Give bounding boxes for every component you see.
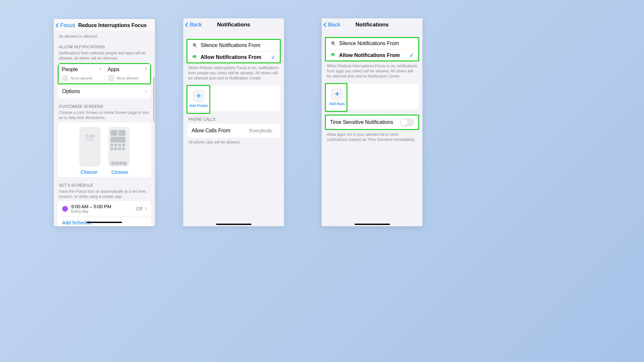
navbar: Focus Reduce Interruptions Focus bbox=[54, 19, 155, 32]
time-sensitive-row[interactable]: Time Sensitive Notifications bbox=[326, 115, 419, 129]
apps-title: Apps bbox=[108, 67, 147, 72]
page-title: Notifications bbox=[217, 22, 250, 28]
bell-off-icon bbox=[330, 41, 336, 46]
calls-value: Everybody bbox=[249, 128, 272, 133]
silence-label: Silence Notifications From bbox=[201, 42, 276, 48]
ts-toggle[interactable] bbox=[400, 118, 414, 126]
lock-dots-icon bbox=[86, 139, 93, 141]
schedule-header: SET A SCHEDULE bbox=[54, 183, 155, 188]
back-button[interactable]: Back bbox=[324, 22, 340, 28]
options-row[interactable]: Options bbox=[58, 84, 151, 98]
bell-off-icon bbox=[192, 43, 197, 48]
schedule-row[interactable]: 9:00 AM – 5:00 PM Every day Off bbox=[58, 201, 151, 216]
allow-calls-row[interactable]: Allow Calls From Everybody ⌃⌄ bbox=[187, 124, 280, 138]
navbar: Back Notifications bbox=[183, 18, 284, 31]
customize-screens-card: 3:09 C bbox=[58, 122, 151, 177]
add-apps-tile[interactable]: + Add Apps bbox=[329, 88, 345, 106]
plus-icon: + bbox=[192, 89, 205, 102]
allow-option[interactable]: Allow Notifications From ✓ bbox=[187, 51, 280, 63]
people-cell[interactable]: People None allowed bbox=[59, 64, 105, 83]
home-indicator[interactable] bbox=[355, 224, 390, 225]
clock-icon bbox=[62, 206, 68, 212]
add-apps-caption: Add Apps bbox=[329, 102, 345, 106]
notification-mode-card: Silence Notifications From Allow Notific… bbox=[187, 40, 280, 63]
scroll-area[interactable]: Silence Notifications From Allow Notific… bbox=[322, 31, 422, 226]
chevron-right-icon bbox=[144, 207, 147, 210]
schedule-times: 9:00 AM – 5:00 PM bbox=[71, 204, 111, 209]
scroll-area[interactable]: be allowed or silenced. ALLOW NOTIFICATI… bbox=[54, 32, 155, 226]
people-apps-card: People None allowed Apps None allowed bbox=[58, 63, 151, 98]
phone-apps-notifications: Back Notifications Silence Notifications… bbox=[322, 18, 422, 226]
home-screen-preview[interactable] bbox=[108, 127, 129, 167]
plus-icon: + bbox=[331, 88, 344, 100]
phone-focus-settings: Focus Reduce Interruptions Focus be allo… bbox=[54, 19, 155, 226]
mode-help: When Reduce Interruptions Focus is on, n… bbox=[183, 65, 284, 81]
back-button[interactable]: Focus bbox=[56, 22, 75, 29]
calls-label: Allow Calls From bbox=[192, 128, 249, 134]
chevron-left-icon bbox=[185, 23, 190, 27]
checkmark-icon: ✓ bbox=[409, 52, 414, 59]
mode-help: When Reduce Interruptions Focus is on, n… bbox=[322, 63, 422, 79]
back-label: Back bbox=[328, 22, 340, 28]
calls-card: Allow Calls From Everybody ⌃⌄ bbox=[187, 124, 280, 138]
people-apps-row-highlight: People None allowed Apps None allowed bbox=[58, 63, 151, 84]
chevron-right-icon bbox=[144, 90, 147, 93]
allow-label: Allow Notifications From bbox=[201, 54, 271, 60]
add-apps-card: + Add Apps bbox=[326, 84, 419, 109]
schedule-state: Off bbox=[136, 206, 142, 211]
customize-header: CUSTOMIZE SCREENS bbox=[54, 104, 155, 109]
calls-help: All phone calls will be allowed. bbox=[183, 140, 284, 145]
allow-option[interactable]: Allow Notifications From ✓ bbox=[326, 49, 419, 61]
apps-cell[interactable]: Apps None allowed bbox=[105, 64, 150, 83]
back-label: Back bbox=[190, 22, 202, 28]
apps-status: None allowed bbox=[117, 76, 138, 80]
phone-people-notifications: Back Notifications Silence Notifications… bbox=[183, 18, 284, 226]
people-status: None allowed bbox=[71, 76, 92, 80]
ts-label: Time Sensitive Notifications bbox=[330, 119, 400, 125]
page-title: Notifications bbox=[355, 22, 389, 28]
check-badge-icon bbox=[192, 55, 197, 60]
updown-chevron-icon: ⌃⌄ bbox=[273, 129, 276, 132]
chevron-left-icon bbox=[56, 23, 60, 27]
page-title: Reduce Interruptions Focus bbox=[78, 23, 147, 28]
time-sensitive-card: Time Sensitive Notifications bbox=[326, 115, 419, 129]
ts-help: Allow apps not in your allowed list to s… bbox=[322, 132, 422, 142]
allow-notifications-header: ALLOW NOTIFICATIONS bbox=[54, 45, 155, 49]
home-indicator[interactable] bbox=[216, 224, 251, 225]
choose-home-button[interactable]: Choose bbox=[111, 169, 128, 175]
schedule-desc: Have this Focus turn on automatically at… bbox=[54, 189, 155, 199]
home-indicator[interactable] bbox=[87, 222, 122, 223]
navbar: Back Notifications bbox=[322, 18, 422, 31]
choose-lock-button[interactable]: Choose bbox=[80, 169, 97, 175]
silence-option[interactable]: Silence Notifications From bbox=[326, 38, 419, 49]
add-people-card: + Add People bbox=[187, 86, 280, 111]
check-badge-icon bbox=[330, 53, 336, 58]
avatar-placeholder-icon bbox=[62, 75, 68, 81]
scroll-area[interactable]: Silence Notifications From Allow Notific… bbox=[183, 31, 284, 226]
silence-label: Silence Notifications From bbox=[339, 41, 414, 46]
app-placeholder-icon bbox=[108, 75, 114, 81]
add-people-tile[interactable]: + Add People bbox=[191, 89, 206, 107]
silence-option[interactable]: Silence Notifications From bbox=[187, 40, 280, 51]
options-label: Options bbox=[62, 88, 144, 94]
scrollbar-thumb[interactable] bbox=[153, 77, 154, 122]
schedule-sub: Every day bbox=[71, 209, 111, 214]
allow-notifications-desc: Notifications from selected people and a… bbox=[54, 51, 155, 61]
lock-screen-preview[interactable]: 3:09 bbox=[79, 127, 100, 167]
truncated-help: be allowed or silenced. bbox=[54, 32, 155, 39]
customize-desc: Choose a Lock Screen or Home Screen page… bbox=[54, 110, 155, 120]
back-button[interactable]: Back bbox=[186, 22, 202, 28]
checkmark-icon: ✓ bbox=[271, 54, 276, 61]
lock-time: 3:09 bbox=[85, 134, 94, 139]
add-people-caption: Add People bbox=[190, 104, 208, 107]
people-title: People bbox=[62, 67, 101, 72]
notification-mode-card: Silence Notifications From Allow Notific… bbox=[326, 38, 419, 61]
chevron-left-icon bbox=[324, 23, 328, 27]
allow-label: Allow Notifications From bbox=[339, 52, 409, 58]
back-label: Focus bbox=[60, 22, 75, 29]
phone-calls-header: PHONE CALLS bbox=[183, 117, 284, 122]
